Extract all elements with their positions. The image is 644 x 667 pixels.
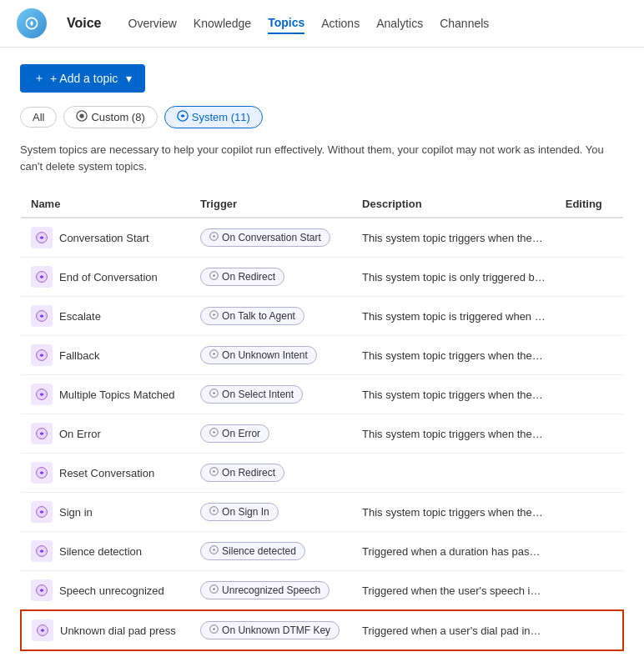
table-row[interactable]: Sign in On Sign In This system topic tri… [21, 493, 623, 532]
main-nav: Overview Knowledge Topics Actions Analyt… [128, 13, 490, 34]
topic-trigger-cell: On Conversation Start [190, 218, 352, 258]
table-row[interactable]: Fallback On Unknown Intent This system t… [21, 336, 623, 375]
topic-trigger-cell: On Talk to Agent [190, 297, 352, 336]
svg-point-11 [40, 314, 43, 317]
trigger-badge: On Conversation Start [200, 228, 330, 247]
table-row[interactable]: End of Conversation On Redirect This sys… [21, 258, 623, 297]
topic-icon [31, 423, 53, 444]
table-row[interactable]: Silence detection Silence detected Trigg… [21, 532, 623, 571]
filter-system[interactable]: System (11) [164, 106, 263, 128]
nav-analytics[interactable]: Analytics [376, 13, 423, 33]
svg-point-20 [40, 432, 43, 434]
trigger-label: On Conversation Start [222, 232, 321, 243]
trigger-badge: On Redirect [200, 268, 284, 286]
info-text: System topics are necessary to help your… [20, 142, 624, 174]
trigger-icon [209, 545, 219, 557]
topic-icon [31, 540, 53, 562]
table-row[interactable]: Speech unrecognized Unrecognized Speech … [21, 571, 623, 611]
topic-editing-cell [556, 571, 623, 611]
trigger-label: On Unknown DTMF Key [222, 624, 330, 636]
svg-point-32 [40, 589, 43, 591]
topic-name: Sign in [59, 506, 93, 519]
trigger-badge: On Select Intent [200, 385, 303, 404]
trigger-label: On Redirect [222, 467, 275, 479]
trigger-icon [209, 349, 219, 361]
nav-topics[interactable]: Topics [268, 13, 304, 34]
svg-point-17 [40, 393, 43, 395]
trigger-icon [209, 428, 219, 439]
trigger-badge: Silence detected [200, 542, 305, 560]
topic-icon [31, 344, 53, 366]
table-row[interactable]: Reset Conversation On Redirect [21, 454, 623, 493]
topic-name-cell: Multiple Topics Matched [21, 375, 190, 414]
topic-description-cell: This system topic is triggered when t... [352, 297, 556, 336]
topic-name: Silence detection [59, 545, 142, 558]
topic-trigger-cell: On Unknown Intent [190, 336, 352, 375]
trigger-icon [209, 232, 219, 243]
topic-editing-cell [556, 336, 623, 375]
table-row[interactable]: Conversation Start On Conversation Start… [21, 218, 623, 258]
trigger-icon [209, 467, 219, 479]
filter-system-label: System (11) [192, 111, 250, 123]
trigger-label: Unrecognized Speech [222, 584, 320, 596]
nav-knowledge[interactable]: Knowledge [194, 13, 251, 33]
topic-description-cell: This system topic triggers when the b... [352, 414, 556, 454]
topic-name-cell: Sign in [21, 493, 190, 532]
topic-editing-cell [556, 454, 623, 493]
topic-trigger-cell: On Unknown DTMF Key [190, 610, 352, 650]
filter-tabs: All Custom (8) System (11) [20, 106, 624, 128]
topic-name: Reset Conversation [59, 467, 154, 479]
table-row[interactable]: Unknown dial pad press On Unknown DTMF K… [21, 610, 623, 650]
col-header-description: Description [352, 191, 556, 218]
add-topic-button[interactable]: ＋ + Add a topic ▾ [20, 64, 145, 93]
topic-editing-cell [556, 218, 623, 258]
topic-description-cell: Triggered when the user's speech inp... [352, 571, 556, 611]
topic-icon [31, 579, 53, 601]
topic-name-cell: Unknown dial pad press [21, 610, 190, 650]
col-header-trigger: Trigger [190, 191, 352, 218]
add-topic-label: + Add a topic [50, 72, 118, 85]
topic-description-cell: This system topic triggers when the u... [352, 336, 556, 375]
topic-trigger-cell: On Sign In [190, 493, 352, 532]
topic-name: Multiple Topics Matched [59, 389, 175, 401]
col-header-name: Name [21, 191, 190, 218]
table-row[interactable]: On Error On Error This system topic trig… [21, 414, 623, 454]
trigger-label: On Select Intent [222, 389, 294, 400]
trigger-icon [209, 271, 219, 283]
topic-name: End of Conversation [59, 271, 158, 283]
topic-description-cell: This system topic triggers when the b... [352, 493, 556, 532]
topic-name: Conversation Start [59, 232, 149, 244]
filter-custom[interactable]: Custom (8) [63, 106, 157, 128]
topic-name-cell: Speech unrecognized [21, 571, 190, 611]
main-content: ＋ + Add a topic ▾ All Custom (8) System … [0, 48, 644, 667]
topic-name-cell: On Error [21, 414, 190, 454]
topic-icon [31, 462, 53, 484]
topic-description-cell: This system topic triggers when the b... [352, 375, 556, 414]
nav-actions[interactable]: Actions [321, 13, 360, 33]
topic-icon [31, 266, 53, 288]
topic-editing-cell [556, 532, 623, 571]
filter-all[interactable]: All [20, 107, 57, 128]
trigger-badge: On Unknown Intent [200, 346, 317, 364]
table-row[interactable]: Escalate On Talk to Agent This system to… [21, 297, 623, 336]
trigger-badge: On Error [200, 424, 269, 443]
topic-name: On Error [59, 428, 101, 440]
app-logo [17, 8, 47, 38]
plus-icon: ＋ [33, 71, 45, 86]
topic-trigger-cell: On Redirect [190, 258, 352, 297]
header: Voice Overview Knowledge Topics Actions … [0, 0, 644, 48]
svg-point-2 [80, 113, 84, 118]
topic-editing-cell [556, 610, 623, 650]
app-name: Voice [67, 16, 102, 31]
topic-editing-cell [556, 414, 623, 454]
table-row[interactable]: Multiple Topics Matched On Select Intent… [21, 375, 623, 414]
nav-channels[interactable]: Channels [440, 13, 489, 33]
topic-icon [31, 227, 53, 248]
nav-overview[interactable]: Overview [128, 13, 177, 33]
svg-point-5 [40, 236, 43, 238]
topic-name-cell: Silence detection [21, 532, 190, 571]
trigger-badge: On Redirect [200, 464, 284, 482]
topic-name: Escalate [59, 310, 101, 323]
trigger-label: On Redirect [222, 271, 275, 283]
topic-icon [31, 501, 53, 523]
